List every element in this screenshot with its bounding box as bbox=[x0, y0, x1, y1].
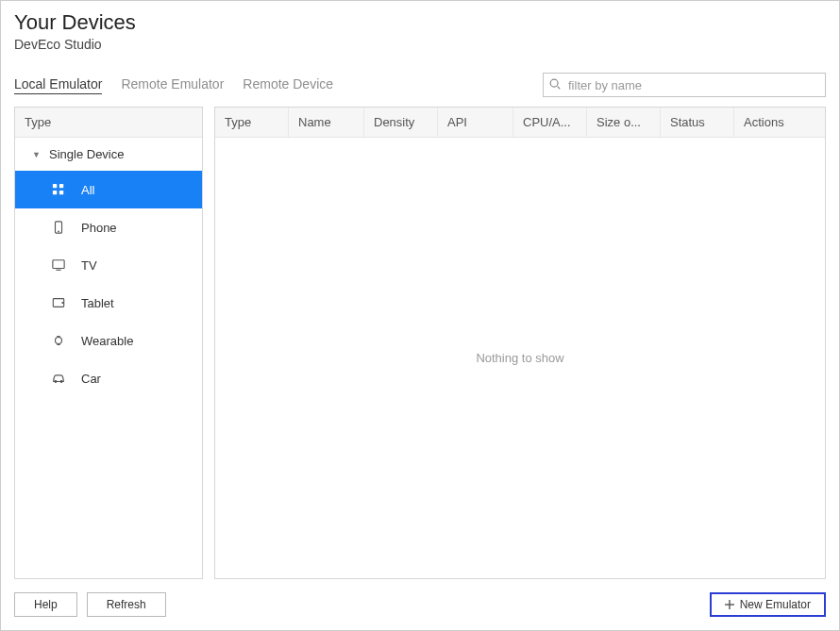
svg-rect-3 bbox=[59, 184, 63, 188]
sidebar-item-all[interactable]: All bbox=[15, 171, 202, 208]
help-button[interactable]: Help bbox=[14, 592, 77, 617]
sidebar: Type ▼ Single Device All bbox=[14, 107, 203, 579]
wearable-icon bbox=[51, 333, 66, 348]
grid-icon bbox=[51, 182, 66, 197]
th-api[interactable]: API bbox=[438, 108, 513, 137]
empty-state: Nothing to show bbox=[215, 138, 825, 578]
svg-point-11 bbox=[62, 302, 63, 303]
footer: Help Refresh New Emulator bbox=[1, 587, 839, 630]
th-name[interactable]: Name bbox=[289, 108, 364, 137]
plus-icon bbox=[725, 600, 734, 609]
sidebar-header: Type bbox=[15, 108, 202, 138]
sidebar-item-phone[interactable]: Phone bbox=[15, 208, 202, 246]
header: Your Devices DevEco Studio bbox=[1, 1, 839, 56]
svg-point-12 bbox=[56, 338, 62, 344]
main: Type ▼ Single Device All bbox=[1, 107, 839, 587]
tablet-icon bbox=[51, 295, 66, 310]
th-density[interactable]: Density bbox=[364, 108, 438, 137]
tab-remote-device[interactable]: Remote Device bbox=[243, 76, 333, 93]
svg-rect-5 bbox=[59, 191, 63, 194]
th-status[interactable]: Status bbox=[661, 108, 734, 137]
tab-remote-emulator[interactable]: Remote Emulator bbox=[121, 76, 224, 93]
phone-icon bbox=[51, 220, 66, 235]
th-actions[interactable]: Actions bbox=[734, 108, 825, 137]
sidebar-item-label: Tablet bbox=[81, 296, 114, 310]
sidebar-item-label: Car bbox=[81, 372, 101, 386]
new-emulator-label: New Emulator bbox=[740, 598, 811, 611]
chevron-down-icon: ▼ bbox=[32, 150, 42, 159]
filter-input[interactable] bbox=[543, 73, 826, 97]
sidebar-item-car[interactable]: Car bbox=[15, 359, 202, 397]
sidebar-item-tablet[interactable]: Tablet bbox=[15, 284, 202, 322]
th-cpu[interactable]: CPU/A... bbox=[513, 108, 587, 137]
sidebar-item-label: All bbox=[81, 183, 94, 197]
sidebar-item-tv[interactable]: TV bbox=[15, 246, 202, 284]
filter-wrap bbox=[543, 73, 826, 97]
svg-rect-2 bbox=[53, 184, 57, 188]
th-size[interactable]: Size o... bbox=[587, 108, 661, 137]
svg-point-0 bbox=[550, 79, 558, 87]
new-emulator-button[interactable]: New Emulator bbox=[710, 592, 826, 617]
page-title: Your Devices bbox=[14, 10, 826, 35]
table-header: Type Name Density API CPU/A... Size o...… bbox=[215, 108, 825, 138]
svg-line-1 bbox=[558, 87, 561, 90]
refresh-button[interactable]: Refresh bbox=[87, 592, 166, 617]
svg-point-16 bbox=[60, 381, 62, 383]
tabs-row: Local Emulator Remote Emulator Remote De… bbox=[1, 56, 839, 107]
svg-rect-4 bbox=[53, 191, 57, 194]
svg-rect-8 bbox=[53, 260, 64, 269]
svg-point-15 bbox=[55, 381, 57, 383]
content-panel: Type Name Density API CPU/A... Size o...… bbox=[214, 107, 826, 579]
search-icon bbox=[548, 77, 562, 91]
sidebar-item-label: Phone bbox=[81, 221, 117, 235]
th-type[interactable]: Type bbox=[215, 108, 289, 137]
page-subtitle: DevEco Studio bbox=[14, 37, 826, 52]
sidebar-item-label: TV bbox=[81, 258, 97, 273]
sidebar-item-wearable[interactable]: Wearable bbox=[15, 322, 202, 359]
tab-local-emulator[interactable]: Local Emulator bbox=[14, 76, 102, 94]
sidebar-group-single-device[interactable]: ▼ Single Device bbox=[15, 138, 202, 171]
sidebar-item-label: Wearable bbox=[81, 334, 133, 348]
tv-icon bbox=[51, 257, 66, 273]
sidebar-group-label: Single Device bbox=[49, 147, 125, 161]
car-icon bbox=[51, 371, 66, 386]
